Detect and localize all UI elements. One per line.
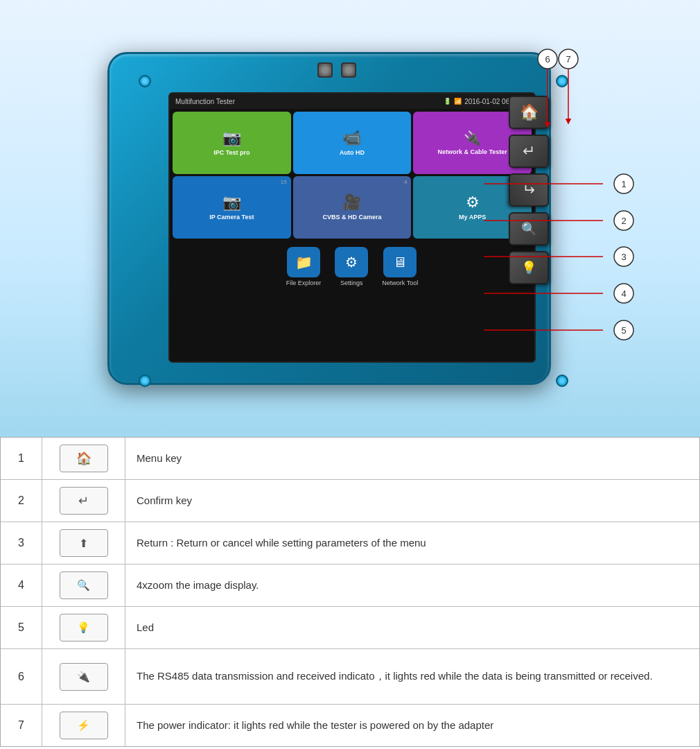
row-desc-5: Led (125, 607, 699, 648)
row-icon-7: ⚡ (42, 705, 125, 746)
button-home[interactable]: 🏠 (509, 96, 549, 129)
app-network-icon: 🔌 (464, 130, 481, 146)
table-row: 4 🔍 4xzoom the image display. (1, 565, 699, 607)
app-ipc-icon: 📷 (222, 129, 241, 147)
top-connectors (317, 62, 356, 78)
svg-text:2: 2 (621, 216, 626, 226)
screw-bottom-left (139, 374, 151, 387)
table-row: 6 🔌 The RS485 data transmission and rece… (1, 649, 699, 705)
bottom-app-file-label: File Explorer (286, 279, 322, 286)
screen: Multifunction Tester 🔋 📶 2016-01-02 06:0… (168, 92, 536, 363)
bottom-app-file-icon: 📁 (287, 247, 320, 277)
bottom-app-network-label: Network Tool (382, 279, 418, 286)
button-led[interactable]: 💡 (509, 251, 549, 284)
table-row: 2 ↵ Confirm key (1, 480, 699, 522)
app-network-label: Network & Cable Tester (437, 148, 507, 156)
row-desc-1: Menu key (125, 438, 699, 479)
svg-point-13 (614, 247, 633, 266)
side-buttons: 🏠 ↵ ↵ 🔍 💡 (509, 96, 549, 284)
screen-app-grid: 📷 IPC Test pro 📹 Auto HD 10 🔌 Network & … (170, 109, 534, 241)
svg-text:3: 3 (621, 252, 626, 262)
key-icon-zoom: 🔍 (60, 571, 108, 599)
table-row: 1 🏠 Menu key (1, 438, 699, 480)
svg-text:4: 4 (621, 289, 626, 299)
connector-1 (317, 62, 333, 78)
bottom-app-network-tool[interactable]: 🖥 Network Tool (382, 247, 418, 286)
row-icon-1: 🏠 (42, 438, 125, 479)
row-desc-4: 4xzoom the image display. (125, 565, 699, 606)
screw-bottom-right (556, 374, 568, 387)
button-return[interactable]: ↵ (509, 173, 549, 207)
app-autohd-label: Auto HD (340, 149, 365, 157)
button-confirm[interactable]: ↵ (509, 135, 549, 168)
bottom-app-settings-icon: ⚙ (335, 247, 368, 277)
key-icon-led: 💡 (60, 614, 108, 642)
app-cvbs-icon: 🎥 (342, 193, 361, 212)
app-ip-badge: 15 (281, 179, 287, 185)
battery-icon: 🔋 (444, 98, 451, 105)
bottom-app-network-icon: 🖥 (383, 247, 417, 277)
row-num-7: 7 (1, 705, 42, 746)
device-outer: Multifunction Tester 🔋 📶 2016-01-02 06:0… (87, 38, 613, 399)
table-row: 3 ⬆ Return : Return or cancel while sett… (1, 522, 699, 565)
app-cvbs-badge: 4 (404, 179, 407, 185)
button-zoom[interactable]: 🔍 (509, 212, 549, 246)
screw-top-right (556, 75, 568, 87)
app-cvbs-label: CVBS & HD Camera (322, 214, 381, 221)
key-icon-return: ⬆ (60, 529, 108, 557)
app-ip-label: IP Camera Test (209, 214, 254, 221)
bottom-app-settings[interactable]: ⚙ Settings (335, 247, 368, 286)
svg-point-10 (614, 211, 633, 230)
app-ipc-label: IPC Test pro (213, 149, 250, 157)
row-desc-3: Return : Return or cancel while setting … (125, 522, 699, 564)
device-section: Multifunction Tester 🔋 📶 2016-01-02 06:0… (0, 0, 700, 437)
row-num-1: 1 (1, 438, 42, 479)
bottom-app-settings-label: Settings (340, 279, 363, 286)
row-icon-5: 💡 (42, 607, 125, 648)
app-cvbs[interactable]: 4 🎥 CVBS & HD Camera (293, 176, 412, 239)
table-row: 5 💡 Led (1, 607, 699, 649)
key-icon-confirm: ↵ (60, 487, 108, 515)
row-num-6: 6 (1, 649, 42, 704)
device-body: Multifunction Tester 🔋 📶 2016-01-02 06:0… (107, 52, 551, 385)
key-icon-power: ⚡ (60, 712, 108, 739)
screen-title: Multifunction Tester (175, 98, 235, 105)
key-icon-rs485: 🔌 (60, 663, 108, 691)
row-icon-2: ↵ (42, 480, 125, 522)
row-num-2: 2 (1, 480, 42, 522)
app-ip-camera[interactable]: 15 📷 IP Camera Test (173, 176, 291, 239)
bottom-app-file-explorer[interactable]: 📁 File Explorer (286, 247, 322, 286)
app-ipc-test[interactable]: 📷 IPC Test pro (173, 112, 291, 174)
app-auto-hd[interactable]: 📹 Auto HD (293, 112, 412, 174)
row-icon-3: ⬆ (42, 522, 125, 564)
svg-text:1: 1 (621, 179, 626, 189)
svg-point-16 (614, 284, 633, 303)
row-icon-4: 🔍 (42, 565, 125, 606)
signal-icon: 📶 (454, 98, 462, 105)
screen-bottom-row: 📁 File Explorer ⚙ Settings 🖥 Network Too… (170, 241, 534, 289)
row-icon-6: 🔌 (42, 649, 125, 704)
key-table: 1 🏠 Menu key 2 ↵ Confirm key 3 ⬆ Return … (0, 437, 700, 747)
row-num-4: 4 (1, 565, 42, 606)
row-num-3: 3 (1, 522, 42, 564)
app-myapps-label: My APPS (459, 214, 486, 221)
svg-point-7 (614, 174, 633, 193)
svg-text:5: 5 (621, 325, 626, 336)
connector-2 (341, 62, 356, 78)
app-ip-icon: 📷 (222, 193, 241, 212)
screw-top-left (139, 75, 151, 87)
row-desc-2: Confirm key (125, 480, 699, 522)
row-num-5: 5 (1, 607, 42, 648)
key-icon-home: 🏠 (60, 445, 108, 472)
row-desc-7: The power indicator: it lights red while… (125, 705, 699, 746)
app-myapps-icon: ⚙ (466, 193, 480, 212)
app-autohd-icon: 📹 (342, 129, 361, 147)
screen-status-bar: Multifunction Tester 🔋 📶 2016-01-02 06:0… (170, 94, 534, 109)
table-row: 7 ⚡ The power indicator: it lights red w… (1, 705, 699, 746)
svg-point-19 (614, 320, 633, 340)
row-desc-6: The RS485 data transmission and received… (125, 649, 699, 704)
